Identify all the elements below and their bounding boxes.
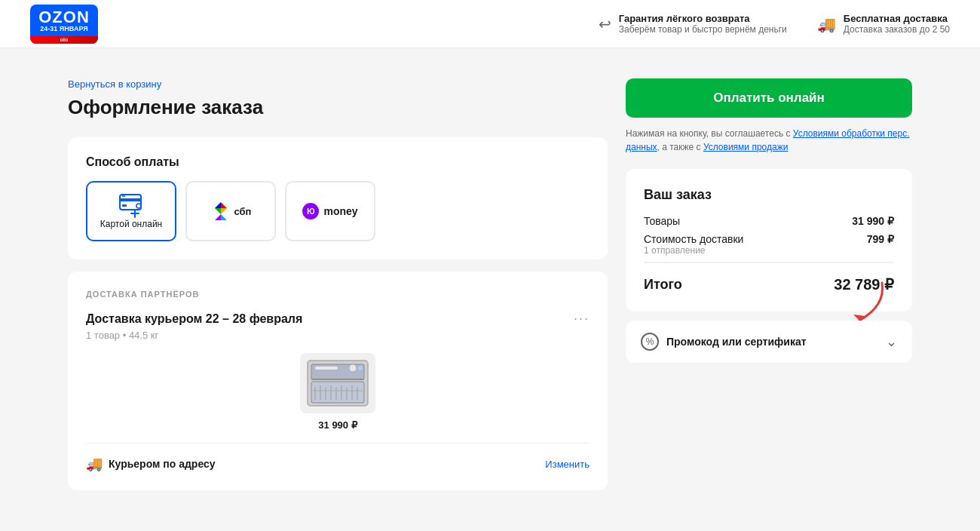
- svg-marker-29: [853, 315, 865, 321]
- svg-marker-11: [221, 214, 227, 220]
- promo-icon: %: [641, 333, 659, 351]
- logo-date: 24-31 ЯНВАРЯ: [40, 26, 87, 32]
- svg-marker-6: [221, 202, 227, 208]
- order-summary: Ваш заказ Товары 31 990 ₽ Стоимость дост…: [626, 169, 912, 312]
- sbp-icon: сбп: [210, 201, 252, 222]
- logo-text: OZON: [38, 9, 90, 26]
- delivery-header: Доставка курьером 22 – 28 февраля ···: [86, 311, 590, 327]
- product-item: 31 990 ₽: [86, 353, 590, 431]
- svg-marker-7: [215, 202, 221, 208]
- svg-rect-16: [315, 367, 338, 370]
- delivery-icon: 🚚: [817, 15, 836, 33]
- promo-label: Промокод или сертификат: [666, 336, 807, 348]
- free-delivery-info: 🚚 Бесплатная доставка Доставка заказов д…: [817, 13, 950, 35]
- total-label: Итого: [644, 277, 682, 293]
- payment-method-sbp[interactable]: сбп: [185, 181, 276, 241]
- product-image: [300, 353, 375, 413]
- payment-method-yoomoney[interactable]: Ю money: [285, 181, 375, 241]
- logo-badge: olo: [60, 37, 69, 42]
- product-price: 31 990 ₽: [318, 419, 357, 431]
- delivery-title: Доставка курьером 22 – 28 февраля: [86, 312, 302, 326]
- terms-link-2[interactable]: Условиями продажи: [703, 142, 788, 152]
- total-value: 32 789 ₽: [834, 275, 894, 293]
- logo[interactable]: OZON 24-31 ЯНВАРЯ olo: [30, 5, 98, 44]
- card-plus-icon: [130, 208, 140, 219]
- delivery-cost-label: Стоимость доставки: [644, 233, 743, 245]
- free-delivery-title: Бесплатная доставка: [844, 13, 950, 24]
- svg-point-18: [358, 366, 363, 370]
- delivery-meta: 1 товар • 44.5 кг: [86, 330, 590, 341]
- guarantee-title: Гарантия лёгкого возврата: [619, 13, 787, 24]
- goods-row: Товары 31 990 ₽: [644, 215, 894, 227]
- return-icon: ↩: [599, 15, 611, 33]
- yoomoney-text: money: [323, 205, 357, 217]
- promo-section[interactable]: % Промокод или сертификат ⌄: [626, 321, 912, 363]
- dishwasher-image: [304, 357, 372, 410]
- back-link[interactable]: Вернуться в корзину: [68, 78, 608, 90]
- guarantee-subtitle: Заберём товар и быстро вернём деньги: [619, 24, 787, 35]
- card-method-label: Картой онлайн: [100, 219, 162, 229]
- page-title: Оформление заказа: [68, 96, 608, 119]
- promo-left: % Промокод или сертификат: [641, 333, 807, 351]
- delivery-cost-row: Стоимость доставки 1 отправление 799 ₽: [644, 233, 894, 256]
- payment-card: Способ оплаты: [68, 137, 608, 259]
- promo-chevron-icon: ⌄: [886, 333, 897, 350]
- sbp-text: сбп: [234, 206, 252, 217]
- svg-rect-1: [120, 198, 141, 201]
- order-summary-title: Ваш заказ: [644, 187, 894, 203]
- svg-rect-2: [122, 204, 127, 207]
- goods-value: 31 990 ₽: [852, 215, 894, 227]
- svg-rect-14: [311, 382, 364, 403]
- payment-method-card[interactable]: Картой онлайн: [86, 181, 176, 241]
- yoomoney-icon: Ю money: [302, 203, 357, 219]
- delivery-address-row: 🚚 Курьером по адресу Изменить: [86, 443, 590, 472]
- left-column: Вернуться в корзину Оформление заказа Сп…: [68, 78, 608, 502]
- payment-title: Способ оплаты: [86, 155, 590, 169]
- delivery-more-button[interactable]: ···: [574, 311, 590, 327]
- header-info: ↩ Гарантия лёгкого возврата Заберём това…: [599, 13, 950, 35]
- total-row: Итого 32 789 ₽: [644, 262, 894, 293]
- svg-marker-8: [215, 208, 221, 214]
- svg-point-17: [349, 364, 357, 372]
- goods-label: Товары: [644, 215, 680, 227]
- courier-icon: 🚚: [86, 456, 103, 472]
- delivery-sub: 1 отправление: [644, 245, 743, 256]
- delivery-card: ДОСТАВКА ПАРТНЁРОВ Доставка курьером 22 …: [68, 272, 608, 490]
- change-delivery-link[interactable]: Изменить: [545, 459, 590, 470]
- guarantee-info: ↩ Гарантия лёгкого возврата Заберём това…: [599, 13, 787, 35]
- delivery-address-left: 🚚 Курьером по адресу: [86, 456, 216, 472]
- sidebar: Оплатить онлайн Нажимая на кнопку, вы со…: [626, 78, 912, 502]
- yoomoney-logo: Ю: [302, 203, 319, 219]
- pay-button[interactable]: Оплатить онлайн: [626, 78, 912, 118]
- delivery-address-label: Курьером по адресу: [109, 458, 216, 470]
- payment-methods: Картой онлайн: [86, 181, 590, 241]
- pay-disclaimer: Нажимая на кнопку, вы соглашаетесь с Усл…: [626, 127, 912, 154]
- svg-marker-10: [215, 214, 221, 220]
- svg-marker-9: [221, 208, 227, 214]
- header: OZON 24-31 ЯНВАРЯ olo ↩ Гарантия лёгкого…: [0, 0, 980, 48]
- card-icon: [119, 193, 143, 219]
- free-delivery-subtitle: Доставка заказов до 2 50: [844, 24, 950, 35]
- promo-container: % Промокод или сертификат ⌄: [626, 321, 912, 363]
- delivery-cost-value: 799 ₽: [867, 233, 894, 245]
- delivery-section-label: ДОСТАВКА ПАРТНЁРОВ: [86, 290, 590, 299]
